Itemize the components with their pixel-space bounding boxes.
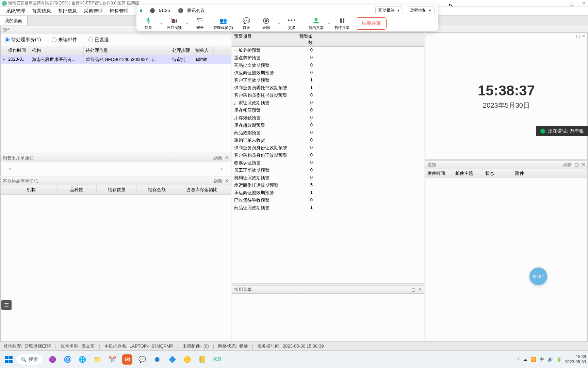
annotate-label: 互动批注	[378, 7, 395, 13]
chat-button[interactable]: 💬 聊天	[236, 17, 256, 30]
alert-row[interactable]: 机构证照效期预警0	[232, 174, 424, 182]
taskbar-app-edge[interactable]: 🌐	[77, 354, 87, 365]
alert-row[interactable]: 药品效期预警0	[232, 129, 424, 137]
alert-row[interactable]: 客户采购员委托书效期预警0	[232, 92, 424, 99]
tray-volume-icon[interactable]: 🔊	[548, 357, 553, 362]
alert-row[interactable]: 一般养护预警0	[232, 47, 424, 54]
tray-clock[interactable]: 15:38 2023-05-30	[565, 354, 586, 364]
more-icon: •••	[288, 17, 296, 25]
alert-row[interactable]: 库存积压预警0	[232, 107, 424, 114]
taskbar-app-5[interactable]: ⬢	[152, 354, 162, 365]
alert-row[interactable]: 供商业务员委托书效期预警1	[232, 84, 424, 92]
notice-max-button[interactable]: ▢	[575, 162, 579, 168]
taskbar-app-explorer[interactable]: 📁	[92, 354, 102, 365]
security-button[interactable]: 🛡 安全	[190, 17, 210, 30]
alert-row[interactable]: 客户证照效期预警1	[232, 77, 424, 84]
members-button[interactable]: 👥 管理成员(2)	[210, 17, 236, 30]
minimize-button[interactable]: —	[556, 1, 561, 6]
more-button[interactable]: ••• 更多	[282, 17, 302, 30]
notice-refresh-button[interactable]: 刷新	[563, 162, 572, 168]
maximize-button[interactable]: ▢	[569, 1, 574, 6]
alert-row[interactable]: 承运商证照效期预警1	[232, 189, 424, 197]
alert-row[interactable]: 已收货待验收预警0	[232, 197, 424, 204]
menu-first[interactable]: 首营信息	[29, 7, 54, 16]
record-chevron[interactable]: ▼	[276, 22, 282, 25]
sales-refresh-button[interactable]: 刷新	[213, 155, 222, 161]
clock-close-button[interactable]: ✕	[582, 34, 585, 39]
alert-row[interactable]: 员工证照效期预警0	[232, 167, 424, 174]
system-tray[interactable]: ^ ☁ 🛜 中 🔊 🔋 15:38 2023-05-30	[518, 354, 586, 364]
alert-row[interactable]: 采购订单未收货0	[232, 137, 424, 144]
filter-sent[interactable]: 已发送	[88, 37, 109, 43]
alert-row[interactable]: 库存短缺预警0	[232, 114, 424, 122]
alert-row[interactable]: 收票认证预警0	[232, 159, 424, 167]
windows-icon	[5, 356, 13, 363]
common-max-button[interactable]: ▢	[411, 287, 415, 292]
taskbar-app-wechat[interactable]: 💬	[137, 354, 147, 365]
alert-row[interactable]: 供应商证照效期预警0	[232, 69, 424, 77]
taskbar-app-notepad[interactable]: 📒	[197, 354, 207, 365]
taskbar[interactable]: 🔍 搜索 🟣 🌀 🌐 📁 ✂️ ✉ 💬 ⬢ 🔷 🟡 📒 K9 ^ ☁ 🛜 中 🔊…	[0, 350, 588, 368]
defect-refresh-button[interactable]: 刷新	[213, 178, 222, 184]
taskbar-app-copilot[interactable]: 🟣	[47, 354, 58, 365]
menu-basic[interactable]: 基础信息	[54, 7, 80, 16]
alert-row[interactable]: 库存超效期预警0	[232, 122, 424, 129]
tab-desktop[interactable]: 我的桌面	[0, 16, 28, 25]
alert-row[interactable]: 药品证照效期预警1	[232, 204, 424, 212]
tray-wifi-icon[interactable]: 🛜	[531, 357, 536, 362]
timer-bubble[interactable]: 00:32	[529, 267, 547, 285]
defect-close-button[interactable]: ✕	[225, 178, 229, 184]
filter-unread[interactable]: 未读邮件	[52, 37, 77, 43]
filter-pending[interactable]: 待处理事务(1)	[5, 37, 41, 43]
taskbar-app-6[interactable]: 🔷	[167, 354, 177, 365]
tray-onedrive-icon[interactable]: ☁	[523, 357, 527, 362]
menu-purchase[interactable]: 采购管理	[80, 7, 106, 16]
search-icon: 🔍	[21, 357, 27, 362]
alert-header: 预警项目 预警条数	[232, 33, 424, 47]
mute-button[interactable]: 静音	[138, 17, 158, 30]
taskbar-app-snip[interactable]: ✂️	[107, 354, 117, 365]
sales-close-button[interactable]: ✕	[225, 155, 229, 161]
menu-system[interactable]: 系统管理	[3, 7, 29, 16]
pause-share-button[interactable]: 暂停共享	[332, 17, 352, 30]
taskbar-app-k9[interactable]: K9	[212, 354, 222, 365]
shield-icon: 🛡	[196, 17, 204, 25]
alert-row[interactable]: 承运商委托运效期预警5	[232, 182, 424, 189]
taskbar-search[interactable]: 🔍 搜索	[16, 354, 43, 365]
mail-row[interactable]: ▸ 2023-0... 海南云联世康医药有... 首营品种[GFQS012305…	[1, 55, 231, 64]
end-share-button[interactable]: 结束共享	[356, 17, 387, 30]
info-icon[interactable]: i	[178, 8, 183, 13]
alert-row[interactable]: 厂家证照效期预警0	[232, 99, 424, 107]
sales-scrollbar[interactable]: ◄►	[1, 162, 231, 175]
notice-close-button[interactable]: ✕	[582, 162, 585, 168]
video-button[interactable]: 开启视频	[164, 17, 184, 30]
annotate-dropdown[interactable]: 互动批注 ▼	[375, 6, 403, 14]
start-button[interactable]	[2, 353, 16, 366]
slide-menu-icon[interactable]: ☰	[1, 300, 12, 310]
alert-row[interactable]: 供商业务员身份证效期预警0	[232, 144, 424, 152]
taskbar-app-chrome[interactable]: 🟡	[182, 354, 192, 365]
common-close-button[interactable]: ✕	[418, 287, 422, 292]
share-chevron[interactable]: ▼	[326, 22, 332, 25]
remote-dropdown[interactable]: 远程控制 ▼	[407, 6, 435, 14]
tray-chevron-icon[interactable]: ^	[518, 357, 520, 362]
record-button[interactable]: 录制	[256, 17, 276, 30]
alert-row[interactable]: 重点养护预警0	[232, 54, 424, 62]
taskbar-app-mail[interactable]: ✉	[122, 354, 132, 365]
defect-panel: 不合格品库存汇总 刷新 ✕ 机构 品种数 结存数量 结存金额 占总库存金额比	[0, 177, 231, 360]
sales-panel: 销售出库单通知 刷新 ✕ ◄►	[0, 154, 231, 176]
mute-chevron[interactable]: ▼	[158, 22, 164, 25]
tray-ime[interactable]: 中	[540, 356, 544, 363]
meeting-toolbar: ııl 51:25 i 腾讯会议 互动批注 ▼ 远程控制 ▼ 静音 ▼ 开启视频…	[136, 5, 438, 31]
menu-sales[interactable]: 销售管理	[106, 7, 132, 16]
mic-icon	[145, 17, 152, 25]
clock-max-button[interactable]: ▢	[576, 34, 580, 39]
sales-title: 销售出库单通知	[3, 155, 34, 161]
tray-battery-icon[interactable]: 🔋	[556, 357, 562, 362]
video-chevron[interactable]: ▼	[184, 22, 190, 25]
alert-row[interactable]: 客户采购员身份证效期预警0	[232, 152, 424, 159]
new-share-button[interactable]: 新的共享	[306, 17, 326, 30]
alert-row[interactable]: 药品批文效期预警0	[232, 62, 424, 69]
taskbar-app-1[interactable]: 🌀	[62, 354, 72, 365]
close-button[interactable]: ✕	[582, 1, 586, 6]
